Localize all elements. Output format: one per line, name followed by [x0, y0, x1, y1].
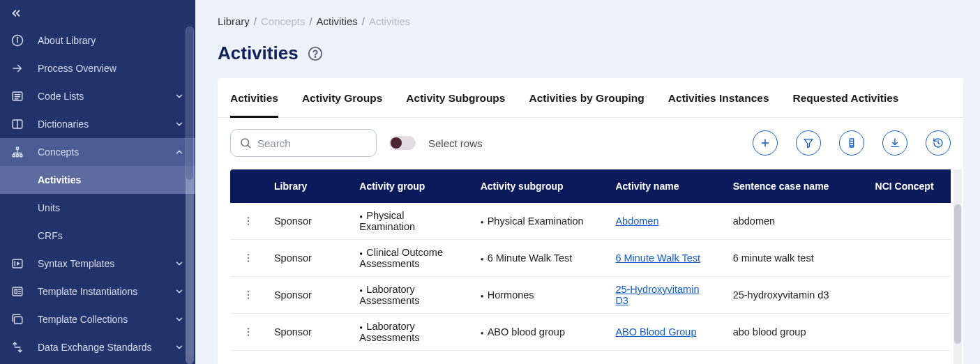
- chevron-down-icon: [173, 119, 186, 129]
- tab-activity-subgroups[interactable]: Activity Subgroups: [406, 78, 505, 117]
- svg-rect-22: [15, 289, 17, 294]
- column-header[interactable]: Activity subgroup: [471, 169, 606, 203]
- table-row: SponsorLaboratory AssessmentsHormones25-…: [230, 277, 951, 314]
- sidebar-item-template-instantiations[interactable]: Template Instantiations: [0, 278, 195, 305]
- breadcrumb-separator: /: [309, 15, 312, 27]
- svg-point-45: [248, 257, 249, 259]
- svg-point-42: [248, 220, 249, 222]
- main: Library/Concepts/Activities/Activities A…: [195, 0, 980, 364]
- svg-point-52: [248, 334, 249, 335]
- tab-activity-groups[interactable]: Activity Groups: [302, 78, 382, 117]
- sidebar-item-label: Syntax Templates: [38, 258, 173, 269]
- breadcrumb-part: Activities: [369, 15, 410, 27]
- book-icon: [10, 116, 25, 132]
- row-menu-button[interactable]: [240, 324, 257, 340]
- svg-line-31: [248, 145, 250, 147]
- cell-sentence-case: 25-hydroxyvitamin d3: [723, 277, 866, 314]
- column-header[interactable]: [230, 169, 264, 203]
- sidebar-item-label: Dictionaries: [38, 119, 173, 130]
- download-button[interactable]: [882, 130, 907, 156]
- hierarchy-icon: [10, 144, 25, 160]
- collection-icon: [10, 312, 25, 327]
- breadcrumb-part[interactable]: Library: [218, 15, 250, 27]
- cell-sentence-case: abdomen: [723, 203, 866, 240]
- select-rows-toggle[interactable]: [389, 136, 416, 150]
- cell-activity-subgroup: 6 Minute Walk Test: [471, 240, 606, 277]
- svg-point-47: [248, 291, 249, 292]
- history-button[interactable]: [926, 130, 951, 156]
- svg-rect-26: [15, 317, 22, 324]
- sidebar-subitem-crfs[interactable]: CRFs: [0, 222, 195, 250]
- cell-activity-subgroup: Physical Examination: [471, 203, 606, 240]
- table-scrollbar[interactable]: [953, 169, 962, 364]
- activities-table: LibraryActivity groupActivity subgroupAc…: [230, 169, 951, 351]
- svg-point-28: [308, 47, 321, 59]
- chevron-down-icon: [173, 314, 186, 324]
- activity-link[interactable]: ABO Blood Group: [615, 326, 696, 338]
- cell-activity-group: Clinical Outcome Assessments: [349, 240, 470, 277]
- column-header[interactable]: Activity name: [605, 169, 723, 203]
- search-input-wrap[interactable]: [230, 129, 377, 157]
- sidebar-item-data-exchange-standards[interactable]: Data Exchange Standards: [0, 333, 195, 361]
- chevron-up-icon: [173, 147, 186, 157]
- info-icon: [10, 33, 25, 48]
- cell-nci-concept: [866, 277, 951, 314]
- tab-activities-instances[interactable]: Activities Instances: [668, 78, 769, 117]
- exchange-icon: [10, 340, 25, 355]
- sidebar-subitem-units[interactable]: Units: [0, 194, 195, 222]
- cell-sentence-case: 6 minute walk test: [723, 240, 866, 277]
- svg-point-51: [248, 331, 249, 333]
- column-header[interactable]: NCI Concept: [866, 169, 951, 203]
- chevron-down-icon: [173, 287, 186, 296]
- cell-activity-group: Laboratory Assessments: [349, 277, 470, 314]
- cell-activity-group: Physical Examination: [349, 203, 470, 240]
- add-button[interactable]: [753, 130, 778, 156]
- sidebar-item-label: Template Instantiations: [38, 286, 173, 297]
- sidebar: About LibraryProcess OverviewCode ListsD…: [0, 0, 195, 364]
- table-row: SponsorClinical Outcome Assessments6 Min…: [230, 240, 951, 277]
- columns-button[interactable]: [839, 130, 864, 156]
- template-icon: [10, 256, 25, 271]
- content-card: ActivitiesActivity GroupsActivity Subgro…: [218, 78, 963, 364]
- cell-nci-concept: [866, 240, 951, 277]
- sidebar-item-label: Data Exchange Standards: [38, 342, 173, 353]
- activity-link[interactable]: 6 Minute Walk Test: [615, 252, 700, 264]
- list-icon: [10, 89, 25, 104]
- column-header[interactable]: Library: [264, 169, 349, 203]
- cell-activity-name: ABO Blood Group: [605, 314, 723, 351]
- sidebar-item-dictionaries[interactable]: Dictionaries: [0, 110, 195, 138]
- cell-activity-name: 25-Hydroxyvitamin D3: [605, 277, 723, 314]
- sidebar-item-about-library[interactable]: About Library: [0, 26, 195, 54]
- svg-point-46: [248, 260, 249, 261]
- sidebar-item-label: Code Lists: [38, 91, 173, 102]
- tab-requested-activities[interactable]: Requested Activities: [793, 78, 899, 117]
- breadcrumb-part[interactable]: Activities: [317, 15, 358, 27]
- page-title: Activities: [218, 43, 299, 64]
- sidebar-item-concepts[interactable]: Concepts: [0, 138, 195, 166]
- sidebar-item-template-collections[interactable]: Template Collections: [0, 305, 195, 333]
- breadcrumb-separator: /: [254, 15, 257, 27]
- row-menu-button[interactable]: [240, 287, 257, 303]
- cell-library: Sponsor: [264, 203, 349, 240]
- row-menu-button[interactable]: [240, 250, 257, 266]
- sidebar-item-syntax-templates[interactable]: Syntax Templates: [0, 250, 195, 278]
- activity-link[interactable]: Abdomen: [615, 215, 658, 227]
- search-input[interactable]: [257, 137, 368, 149]
- instance-icon: [10, 284, 25, 299]
- help-icon[interactable]: [307, 45, 324, 62]
- column-header[interactable]: Activity group: [349, 169, 470, 203]
- table-row: SponsorLaboratory AssessmentsABO blood g…: [230, 314, 951, 351]
- column-header[interactable]: Sentence case name: [723, 169, 866, 203]
- activity-link[interactable]: 25-Hydroxyvitamin D3: [615, 284, 699, 306]
- filter-button[interactable]: [796, 130, 821, 156]
- svg-point-48: [248, 294, 249, 296]
- sidebar-item-code-lists[interactable]: Code Lists: [0, 82, 195, 110]
- tab-activities[interactable]: Activities: [230, 78, 278, 117]
- sidebar-item-process-overview[interactable]: Process Overview: [0, 54, 195, 82]
- table-wrap: LibraryActivity groupActivity subgroupAc…: [218, 169, 963, 364]
- chevron-down-icon: [173, 342, 186, 352]
- sidebar-subitem-activities[interactable]: Activities: [0, 166, 195, 194]
- collapse-sidebar-button[interactable]: [0, 0, 195, 26]
- row-menu-button[interactable]: [240, 213, 257, 229]
- tab-activities-by-grouping[interactable]: Activities by Grouping: [529, 78, 644, 117]
